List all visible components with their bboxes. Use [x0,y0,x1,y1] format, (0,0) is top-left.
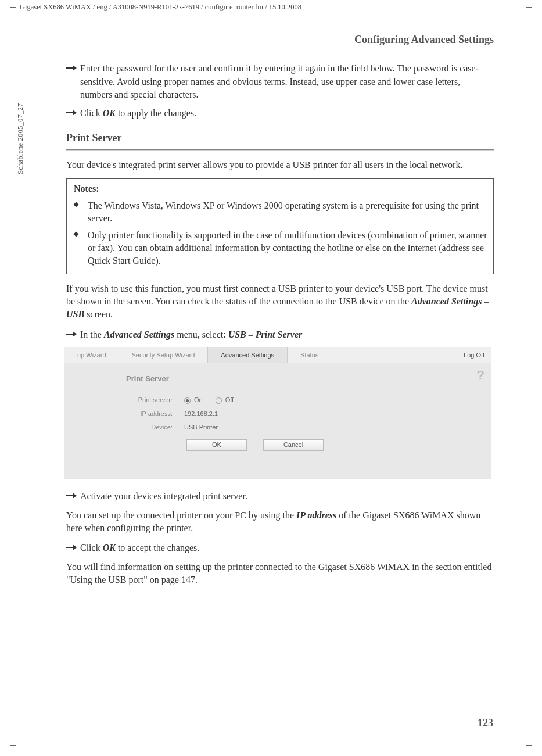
help-icon[interactable]: ? [477,367,484,385]
notes-text: Only printer functionality is supported … [88,229,487,268]
logoff-link[interactable]: Log Off [464,351,491,360]
section-title: Configuring Advanced Settings [66,33,494,47]
router-ui-screenshot: up Wizard Security Setup Wizard Advanced… [64,347,491,479]
notes-item: Only printer functionality is supported … [73,229,487,268]
step-item: Enter the password for the user and conf… [66,62,494,101]
step-item: Click OK to apply the changes. [66,107,494,120]
body-paragraph: Your device's integrated print server al… [66,159,494,171]
arrow-right-icon [66,542,80,554]
step-item: Activate your devices integrated print s… [66,490,494,503]
crop-mark [526,745,532,746]
row-ip-address: IP address: 192.168.2.1 [74,410,482,418]
radio-off[interactable] [216,397,222,404]
arrow-right-icon [66,107,80,120]
value-device: USB Printer [184,423,218,432]
tab-advanced-settings[interactable]: Advanced Settings [207,347,288,363]
notes-item: The Windows Vista, Windows XP or Windows… [73,199,487,225]
arrow-right-icon [66,490,80,503]
cancel-button[interactable]: Cancel [263,439,324,451]
step-text: In the Advanced Settings menu, select: U… [80,328,494,341]
page-number: 123 [478,716,493,730]
step-text: Enter the password for the user and conf… [80,62,494,101]
arrow-right-icon [66,328,80,341]
tab-security-wizard[interactable]: Security Setup Wizard [119,347,208,363]
crop-mark [526,7,532,8]
radio-off-label: Off [225,396,234,404]
radio-on-label: On [194,396,203,404]
divider [66,149,494,151]
notes-text: The Windows Vista, Windows XP or Windows… [88,199,487,225]
row-device: Device: USB Printer [74,423,482,432]
svg-rect-1 [73,231,78,237]
step-item: Click OK to accept the changes. [66,542,494,554]
panel-body: ? Print Server Print server: On Off IP a… [64,363,491,479]
page-content: Configuring Advanced Settings Enter the … [66,33,494,594]
row-print-server: Print server: On Off [74,396,482,404]
subheading-print-server: Print Server [66,131,494,145]
tab-setup-wizard[interactable]: up Wizard [64,347,119,363]
body-paragraph: You will find information on setting up … [66,561,494,587]
svg-rect-0 [73,202,78,207]
step-text: Click OK to apply the changes. [80,107,494,120]
page-number-rule [458,714,493,714]
ok-button[interactable]: OK [186,439,247,451]
radio-on[interactable] [184,397,191,404]
tab-status[interactable]: Status [288,347,331,363]
notes-box: Notes: The Windows Vista, Windows XP or … [66,178,494,274]
tab-bar: up Wizard Security Setup Wizard Advanced… [64,347,491,363]
crop-mark [10,7,16,8]
label-device: Device: [74,423,184,432]
value-ip-address: 192.168.2.1 [184,410,218,418]
step-item: In the Advanced Settings menu, select: U… [66,328,494,341]
label-print-server: Print server: [74,396,184,404]
notes-title: Notes: [73,182,487,195]
step-text: Click OK to accept the changes. [80,542,494,554]
body-paragraph: You can set up the connected printer on … [66,509,494,535]
diamond-bullet-icon [73,199,88,225]
header-path: Gigaset SX686 WiMAX / eng / A31008-N919-… [20,2,301,13]
crop-mark [10,745,16,746]
body-paragraph: If you wish to use this function, you mu… [66,282,494,321]
diamond-bullet-icon [73,229,88,268]
label-ip-address: IP address: [74,410,184,418]
step-text: Activate your devices integrated print s… [80,490,494,503]
panel-title: Print Server [126,374,482,384]
template-side-label: Schablone 2005_07_27 [15,103,26,174]
arrow-right-icon [66,62,80,101]
